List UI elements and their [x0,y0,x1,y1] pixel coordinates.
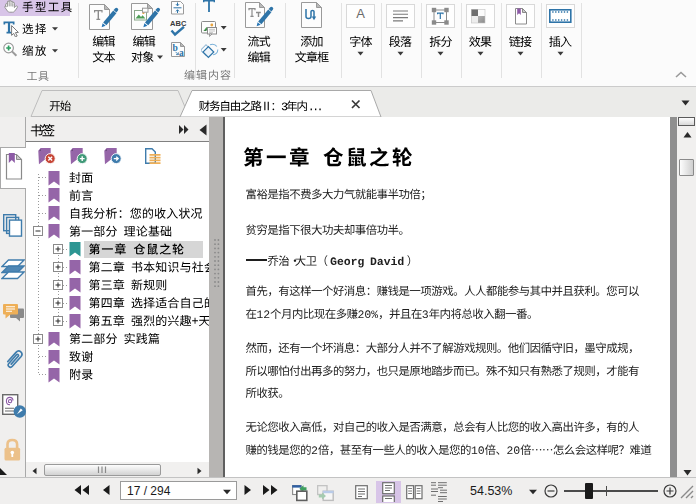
svg-text:a: a [179,48,184,58]
svg-text:b: b [173,43,178,53]
